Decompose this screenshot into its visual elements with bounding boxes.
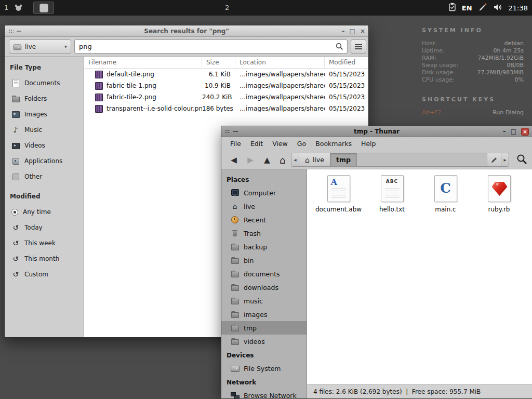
folder-icon [231, 337, 239, 345]
maximize-button[interactable]: □ [511, 128, 516, 135]
search-icon[interactable] [516, 154, 527, 166]
table-row[interactable]: transparent--i.e-solid-colour.png 186 by… [84, 103, 368, 114]
panel-clock[interactable]: 21:38 [509, 4, 528, 12]
up-button[interactable]: ▲ [260, 153, 274, 167]
table-row[interactable]: fabric-tile-2.png 240.2 KiB …images/wall… [84, 91, 368, 103]
modified-this-month[interactable]: ↺This month [5, 251, 84, 267]
workspace-indicator[interactable]: 1 [4, 4, 8, 11]
place-label: Browse Network [244, 392, 297, 399]
column-header-location[interactable]: Location [235, 57, 325, 68]
maximize-button[interactable]: □ [350, 28, 355, 34]
place-backup[interactable]: backup [221, 240, 307, 254]
menu-view[interactable]: View [268, 140, 292, 148]
clipboard-icon[interactable] [449, 3, 456, 13]
paintbrush-icon[interactable] [478, 3, 487, 13]
statusbar: 4 files: 2.6 KiB (2,692 bytes) | Free sp… [307, 384, 532, 398]
music-note-icon: ♪ [11, 126, 20, 134]
close-button[interactable]: × [360, 28, 365, 34]
modified-label: This month [24, 255, 59, 262]
filetype-images[interactable]: Images [5, 107, 84, 122]
file-type-header: File Type [5, 62, 84, 75]
filetype-applications[interactable]: Applications [5, 153, 84, 169]
search-icon [336, 43, 343, 52]
breadcrumb-label: tmp [336, 156, 351, 164]
home-button[interactable]: ⌂ [275, 153, 290, 167]
catfish-titlebar[interactable]: Search results for "png" – □ × [5, 25, 368, 37]
search-input[interactable] [74, 39, 348, 54]
filetype-folders[interactable]: Folders [5, 91, 84, 107]
edit-path-button[interactable] [487, 153, 501, 166]
keyboard-layout-indicator[interactable]: EN [462, 4, 472, 12]
file-item-ruby-rb[interactable]: ruby.rb [475, 175, 523, 213]
place-documents[interactable]: documents [221, 267, 307, 281]
place-videos[interactable]: videos [221, 335, 307, 348]
modified-custom[interactable]: ↺Custom [5, 267, 84, 282]
filetype-music[interactable]: ♪Music [5, 122, 84, 138]
forward-button[interactable]: ▶ [243, 153, 258, 167]
modified-this-week[interactable]: ↺This week [5, 235, 84, 251]
menu-bookmarks[interactable]: Bookmarks [311, 140, 356, 148]
computer-icon [231, 189, 239, 197]
network-browse[interactable]: Browse Network [221, 389, 307, 398]
window-shade-icon[interactable] [17, 31, 21, 32]
table-row[interactable]: default-tile.png 6.1 KiB …images/wallpap… [84, 69, 368, 80]
place-computer[interactable]: Computer [221, 186, 307, 200]
back-button[interactable]: ◀ [227, 153, 241, 167]
breadcrumb-tmp[interactable]: tmp [330, 153, 357, 166]
thunar-titlebar[interactable]: tmp - Thunar – □ × [221, 126, 532, 137]
filetype-label: Images [24, 111, 47, 118]
menu-file[interactable]: File [225, 140, 246, 148]
place-label: bin [244, 257, 254, 264]
top-panel: 1 2 EN 21:38 [0, 0, 532, 16]
place-music[interactable]: music [221, 294, 307, 308]
file-name-label: document.abw [315, 206, 362, 213]
place-label: Recent [244, 216, 266, 224]
column-header-filename[interactable]: Filename [84, 57, 202, 68]
place-live[interactable]: ⌂live [221, 200, 307, 213]
conky-stat-row: Host:debian [422, 40, 524, 47]
filetype-videos[interactable]: Videos [5, 138, 84, 153]
place-bin[interactable]: bin [221, 254, 307, 267]
thunar-window: tmp - Thunar – □ × File Edit View Go Boo… [221, 126, 532, 399]
hamburger-menu-button[interactable] [351, 39, 366, 54]
modified-any-time[interactable]: Any time [5, 204, 84, 220]
minimize-button[interactable]: – [342, 28, 345, 34]
window-shade-icon[interactable] [233, 131, 238, 132]
table-row[interactable]: fabric-tile-1.png 10.9 KiB …images/wallp… [84, 80, 368, 91]
ruby-file-icon [488, 175, 511, 202]
filetype-documents[interactable]: Documents [5, 75, 84, 91]
place-trash[interactable]: Trash [221, 227, 307, 240]
breadcrumb-live[interactable]: ⌂ live [299, 153, 330, 166]
file-item-main-c[interactable]: C main.c [421, 175, 470, 213]
place-tmp[interactable]: tmp [221, 321, 307, 335]
place-label: backup [244, 243, 267, 251]
place-images[interactable]: images [221, 308, 307, 321]
volume-icon[interactable] [494, 4, 502, 12]
minimize-button[interactable]: – [503, 128, 506, 135]
file-item-hello-txt[interactable]: ABC hello.txt [368, 175, 416, 213]
file-item-document-abw[interactable]: A document.abw [314, 175, 363, 213]
place-label: documents [244, 270, 280, 278]
cell-size: 6.1 KiB [202, 71, 235, 78]
path-scroll-left-button[interactable]: ◂ [291, 153, 299, 166]
filetype-other[interactable]: Other [5, 169, 84, 184]
window-menu-icon[interactable] [225, 129, 230, 134]
menu-help[interactable]: Help [356, 140, 381, 148]
column-header-size[interactable]: Size [202, 57, 235, 68]
app-menu-icon[interactable] [14, 4, 23, 13]
place-label: Trash [244, 230, 261, 237]
place-recent[interactable]: Recent [221, 213, 307, 227]
menu-edit[interactable]: Edit [246, 140, 268, 148]
device-file-system[interactable]: File System [221, 362, 307, 375]
path-scroll-right-button[interactable]: ▸ [501, 153, 509, 166]
column-header-modified[interactable]: Modified [325, 57, 368, 68]
taskbar-window-button[interactable] [33, 2, 54, 14]
modified-today[interactable]: ↺Today [5, 220, 84, 235]
menu-go[interactable]: Go [292, 140, 311, 148]
window-menu-icon[interactable] [8, 29, 14, 33]
close-button[interactable]: × [521, 128, 529, 136]
location-dropdown[interactable]: live ▾ [9, 39, 71, 54]
place-downloads[interactable]: downloads [221, 281, 307, 294]
conky-shortcut-row: Alt+F2Run Dialog [422, 109, 524, 116]
place-label: downloads [244, 284, 278, 291]
